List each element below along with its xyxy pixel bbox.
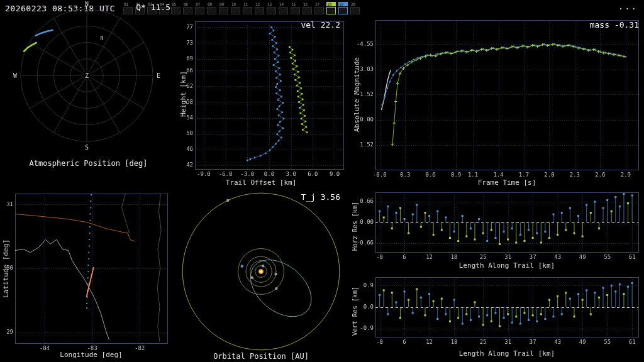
frame-number: 19 xyxy=(338,2,348,6)
frame-image xyxy=(183,7,192,14)
frame-number: 20 xyxy=(350,2,360,6)
frame-number: 16 xyxy=(303,2,312,6)
panel-orbital-position: T_j 3.56 Orbital Position [AU] xyxy=(177,191,345,362)
light-curve-plot xyxy=(345,18,644,191)
atmospheric-title: Atmospheric Position [deg] xyxy=(0,159,177,168)
frame-thumbnail-18[interactable]: 18 xyxy=(326,2,336,14)
frame-thumbnail-11[interactable]: 11 xyxy=(243,2,252,14)
frame-image xyxy=(350,7,360,14)
frame-number: 18 xyxy=(326,2,336,6)
frame-image xyxy=(195,7,204,14)
panel-height-offset: vel 22.2 Height [km] Trail Offset [km] xyxy=(177,18,345,191)
frame-image xyxy=(219,7,228,14)
mass-label: mass -0.31 xyxy=(590,20,639,30)
panel-ground-track: Latitude [deg] Longitude [deg] xyxy=(0,191,177,362)
overflow-menu[interactable]: ... xyxy=(618,1,638,11)
magnitude-axis-label: Absolute Magnitude xyxy=(353,57,361,132)
frame-thumbnail-10[interactable]: 10 xyxy=(231,2,240,14)
height-axis-label: Height [km] xyxy=(179,71,187,117)
atmospheric-position-plot xyxy=(0,0,177,173)
frame-thumbnail-12[interactable]: 12 xyxy=(255,2,264,14)
velocity-label: vel 22.2 xyxy=(301,20,340,30)
latitude-axis-label: Latitude [deg] xyxy=(2,239,10,298)
frame-image xyxy=(255,7,264,14)
frame-image xyxy=(207,7,216,14)
frame-image xyxy=(303,7,312,14)
tisserand-label: T_j 3.56 xyxy=(301,192,340,202)
frame-number: 14 xyxy=(279,2,288,6)
panel-light-curve: mass -0.31 Absolute Magnitude Frame Time… xyxy=(345,18,644,191)
orbital-title: Orbital Position [AU] xyxy=(177,352,345,361)
frame-thumbnail-16[interactable]: 16 xyxy=(303,2,312,14)
frame-image xyxy=(326,7,336,14)
horz-res-axis-label: Horz Res [km] xyxy=(352,202,358,251)
frame-image xyxy=(231,7,240,14)
height-offset-plot xyxy=(177,18,345,191)
frame-number: 08 xyxy=(207,2,216,6)
frame-image xyxy=(314,7,324,14)
frame-number: 12 xyxy=(255,2,264,6)
frame-thumbnail-19[interactable]: 19 xyxy=(338,2,348,14)
frame-number: 13 xyxy=(267,2,276,6)
frame-thumbnail-14[interactable]: 14 xyxy=(279,2,288,14)
frame-image xyxy=(291,7,300,14)
frame-number: 17 xyxy=(314,2,324,6)
ground-track-map xyxy=(0,191,177,362)
frame-thumbnail-09[interactable]: 09 xyxy=(219,2,228,14)
panel-residuals: Horz Res [km] Vert Res [km] Length Along… xyxy=(345,191,644,362)
frame-thumbnail-20[interactable]: 20 xyxy=(350,2,360,14)
trail-offset-axis-label: Trail Offset [km] xyxy=(177,178,345,187)
frame-thumbnail-13[interactable]: 13 xyxy=(267,2,276,14)
frame-number: 06 xyxy=(183,2,192,6)
frame-image xyxy=(267,7,276,14)
residuals-plot xyxy=(345,191,644,362)
frame-image xyxy=(279,7,288,14)
q-star-label: Q* 11.5 xyxy=(136,3,170,12)
frame-thumbnail-06[interactable]: 06 xyxy=(183,2,192,14)
frame-time-axis-label: Frame Time [s] xyxy=(375,178,638,187)
length-along-trail-label-top: Length Along Trail [km] xyxy=(375,261,638,270)
frame-thumbnail-17[interactable]: 17 xyxy=(314,2,324,14)
frame-thumbnail-15[interactable]: 15 xyxy=(291,2,300,14)
frame-thumbnail-07[interactable]: 07 xyxy=(195,2,204,14)
vert-res-axis-label: Vert Res [km] xyxy=(352,287,358,336)
orbital-position-plot xyxy=(177,191,345,362)
frame-number: 09 xyxy=(219,2,228,6)
frame-number: 10 xyxy=(231,2,240,6)
panel-atmospheric-position: Q* 11.5 Atmospheric Position [deg] xyxy=(0,0,177,173)
frame-image xyxy=(243,7,252,14)
frame-image xyxy=(338,7,348,14)
frame-thumbnail-08[interactable]: 08 xyxy=(207,2,216,14)
length-along-trail-label-bottom: Length Along Trail [km] xyxy=(375,349,638,358)
longitude-axis-label: Longitude [deg] xyxy=(15,351,167,359)
frame-number: 07 xyxy=(195,2,204,6)
frame-number: 11 xyxy=(243,2,252,6)
frame-number: 15 xyxy=(291,2,300,6)
